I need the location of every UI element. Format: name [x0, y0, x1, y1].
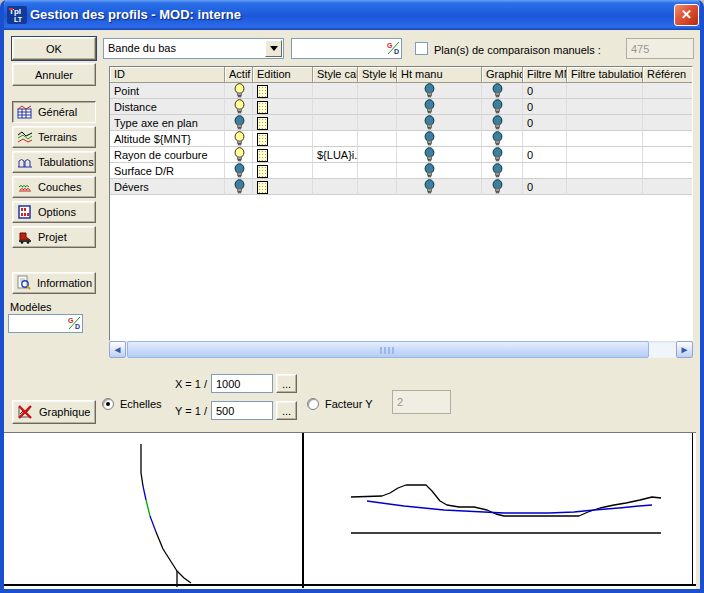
band-dropdown-arrow[interactable] [265, 40, 282, 57]
column-header[interactable]: ID [110, 67, 225, 83]
y-scale-browse-button[interactable]: ... [276, 401, 297, 420]
band-style-input[interactable] [291, 38, 402, 59]
scroll-left-arrow[interactable]: ◄ [109, 341, 126, 358]
edit-grid-icon[interactable] [257, 133, 268, 146]
table-row[interactable]: Rayon de courbure${LUA}i...0 [110, 147, 692, 163]
comparison-checkbox-label: Plan(s) de comparaison manuels : [434, 44, 601, 56]
edit-grid-icon[interactable] [257, 149, 268, 162]
table-row[interactable]: Altitude ${MNT} [110, 131, 692, 147]
actif-cell [225, 131, 253, 147]
blue-bulb-icon[interactable] [491, 163, 504, 179]
edition-cell [253, 115, 313, 131]
ht_manu-cell [397, 163, 482, 179]
edit-grid-icon[interactable] [257, 101, 268, 114]
blue-bulb-icon[interactable] [491, 115, 504, 131]
column-header[interactable]: Style calcu [313, 67, 358, 83]
yellow-bulb-icon[interactable] [233, 83, 246, 99]
yellow-bulb-icon[interactable] [233, 99, 246, 115]
options-icon [17, 204, 33, 220]
ht_manu-cell [397, 179, 482, 195]
column-header[interactable]: Ht manu [397, 67, 482, 83]
style_calc-cell [313, 115, 358, 131]
blue-bulb-icon[interactable] [233, 163, 246, 179]
blue-bulb-icon[interactable] [423, 115, 436, 131]
blue-bulb-icon[interactable] [491, 99, 504, 115]
cancel-button[interactable]: Annuler [12, 63, 96, 86]
echelles-radio[interactable] [102, 398, 114, 410]
scrollbar-thumb[interactable] [127, 341, 649, 358]
blue-bulb-icon[interactable] [423, 163, 436, 179]
graphique-button[interactable]: Graphique [12, 400, 96, 424]
edit-grid-icon[interactable] [257, 85, 268, 98]
column-header[interactable]: Filtre MN [523, 67, 567, 83]
style_le-cell [358, 179, 397, 195]
actif-cell [225, 115, 253, 131]
table-row[interactable]: Distance0 [110, 99, 692, 115]
ok-button[interactable]: OK [12, 37, 96, 60]
yellow-bulb-icon[interactable] [233, 131, 246, 147]
graphiq-cell [482, 163, 523, 179]
profiles-table[interactable]: IDActifEditionStyle calcuStyle leHt manu… [109, 66, 693, 341]
svg-text:G: G [68, 317, 74, 324]
sidebar-item-general[interactable]: Général [12, 101, 96, 123]
style_le-cell [358, 115, 397, 131]
blue-bulb-icon[interactable] [423, 99, 436, 115]
y-scale-input[interactable] [211, 401, 273, 420]
couches-icon [17, 179, 33, 195]
column-header[interactable]: Actif [225, 67, 253, 83]
blue-bulb-icon[interactable] [423, 83, 436, 99]
style_le-cell [358, 131, 397, 147]
referen-cell [643, 115, 693, 131]
graphiq-cell [482, 99, 523, 115]
yellow-bulb-icon[interactable] [233, 147, 246, 163]
close-button[interactable]: ✕ [674, 4, 699, 26]
x-scale-browse-button[interactable]: ... [276, 374, 297, 393]
titlebar[interactable]: Tpl LT Gestion des profils - MOD: intern… [0, 0, 704, 30]
style_calc-cell [313, 131, 358, 147]
sidebar-item-projet[interactable]: Projet [12, 226, 96, 248]
edit-grid-icon[interactable] [257, 165, 268, 178]
blue-bulb-icon[interactable] [423, 147, 436, 163]
style_le-cell [358, 147, 397, 163]
column-header[interactable]: Style le [358, 67, 397, 83]
column-header[interactable]: Référen [643, 67, 693, 83]
blue-bulb-icon[interactable] [491, 147, 504, 163]
x-scale-input[interactable] [211, 374, 273, 393]
blue-bulb-icon[interactable] [491, 179, 504, 195]
edit-grid-icon[interactable] [257, 181, 268, 194]
gd-icon: GD [387, 41, 400, 57]
sidebar-item-terrains[interactable]: Terrains [12, 126, 96, 148]
comparison-checkbox[interactable] [415, 42, 428, 55]
table-row[interactable]: Dévers0 [110, 179, 692, 195]
band-dropdown[interactable]: Bande du bas [103, 38, 284, 59]
sidebar-item-tabulations[interactable]: Tabulations [12, 151, 96, 173]
id-cell: Type axe en plan [110, 115, 225, 131]
scroll-right-arrow[interactable]: ► [676, 341, 693, 358]
table-row[interactable]: Surface D/R [110, 163, 692, 179]
column-header[interactable]: Graphiq [482, 67, 523, 83]
facteur-y-input [392, 390, 451, 414]
graphiq-cell [482, 147, 523, 163]
information-button[interactable]: Information [12, 272, 96, 294]
style_calc-cell [313, 83, 358, 99]
table-row[interactable]: Point0 [110, 83, 692, 99]
referen-cell [643, 163, 693, 179]
column-header[interactable]: Edition [253, 67, 313, 83]
blue-bulb-icon[interactable] [491, 83, 504, 99]
column-header[interactable]: Filtre tabulation [567, 67, 643, 83]
horizontal-scrollbar[interactable]: ◄ ► [109, 341, 693, 358]
table-row[interactable]: Type axe en plan0 [110, 115, 692, 131]
style_le-cell [358, 163, 397, 179]
blue-bulb-icon[interactable] [233, 179, 246, 195]
edit-grid-icon[interactable] [257, 117, 268, 130]
band-dropdown-value: Bande du bas [108, 42, 176, 54]
blue-bulb-icon[interactable] [423, 131, 436, 147]
panel-divider [302, 433, 304, 588]
blue-bulb-icon[interactable] [233, 115, 246, 131]
blue-bulb-icon[interactable] [491, 131, 504, 147]
sidebar-item-couches[interactable]: Couches [12, 176, 96, 198]
blue-bulb-icon[interactable] [423, 179, 436, 195]
sidebar-item-options[interactable]: Options [12, 201, 96, 223]
facteur-y-radio[interactable] [307, 398, 319, 410]
id-cell: Distance [110, 99, 225, 115]
